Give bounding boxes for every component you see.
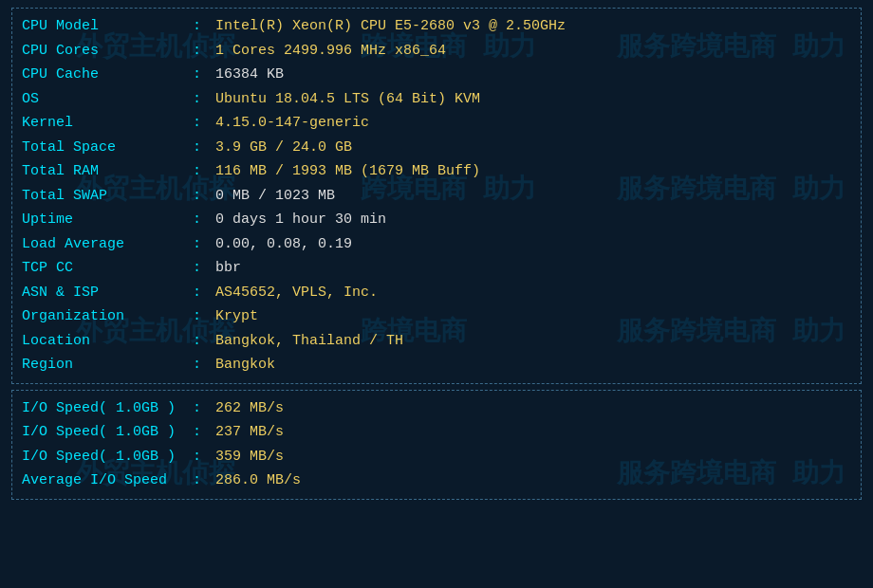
row-label: I/O Speed( 1.0GB ) [22, 445, 193, 469]
system-row: Location:Bangkok, Thailand / TH [22, 329, 851, 354]
row-label: Load Average [22, 232, 193, 257]
system-row: TCP CC:bbr [22, 256, 851, 281]
system-row: Total RAM:116 MB / 1993 MB (1679 MB Buff… [22, 159, 851, 184]
row-colon: : [193, 420, 208, 445]
row-colon: : [193, 353, 208, 377]
row-label: CPU Cores [22, 39, 193, 64]
row-value: Intel(R) Xeon(R) CPU E5-2680 v3 @ 2.50GH… [215, 14, 566, 39]
row-value: 262 MB/s [215, 396, 284, 421]
row-value: 4.15.0-147-generic [215, 111, 369, 136]
system-row: Kernel:4.15.0-147-generic [22, 111, 851, 136]
row-label: OS [22, 87, 193, 112]
row-value: AS45652, VPLS, Inc. [215, 281, 378, 305]
row-label: TCP CC [22, 256, 193, 281]
system-row: CPU Model:Intel(R) Xeon(R) CPU E5-2680 v… [22, 14, 851, 39]
row-colon: : [193, 111, 208, 136]
system-row: Total SWAP:0 MB / 1023 MB [22, 184, 851, 209]
system-row: Organization:Krypt [22, 304, 851, 329]
io-speed-section: I/O Speed( 1.0GB ):262 MB/sI/O Speed( 1.… [11, 390, 862, 500]
row-value: Krypt [215, 304, 258, 329]
row-label: I/O Speed( 1.0GB ) [22, 396, 193, 421]
row-value: 286.0 MB/s [215, 469, 301, 493]
system-row: OS:Ubuntu 18.04.5 LTS (64 Bit) KVM [22, 87, 851, 112]
row-colon: : [193, 281, 208, 305]
row-label: Total SWAP [22, 184, 193, 209]
row-value: 0 days 1 hour 30 min [215, 208, 386, 232]
row-colon: : [193, 469, 208, 493]
row-colon: : [193, 87, 208, 112]
system-row: Uptime:0 days 1 hour 30 min [22, 208, 851, 232]
system-row: Total Space:3.9 GB / 24.0 GB [22, 136, 851, 160]
row-value: Bangkok, Thailand / TH [215, 329, 403, 354]
row-colon: : [193, 14, 208, 39]
system-row: CPU Cores:1 Cores 2499.996 MHz x86_64 [22, 39, 851, 64]
row-label: CPU Cache [22, 63, 193, 87]
row-value: Ubuntu 18.04.5 LTS (64 Bit) KVM [215, 87, 480, 112]
row-value: 3.9 GB / 24.0 GB [215, 136, 352, 160]
row-colon: : [193, 208, 208, 232]
row-value: bbr [215, 256, 241, 281]
row-label: I/O Speed( 1.0GB ) [22, 420, 193, 445]
row-label: ASN & ISP [22, 281, 193, 305]
row-value: 116 MB / 1993 MB (1679 MB Buff) [215, 159, 480, 184]
row-label: Organization [22, 304, 193, 329]
row-colon: : [193, 232, 208, 257]
io-row: I/O Speed( 1.0GB ):359 MB/s [22, 445, 851, 469]
row-value: Bangkok [215, 353, 275, 377]
row-colon: : [193, 63, 208, 87]
system-info-section: CPU Model:Intel(R) Xeon(R) CPU E5-2680 v… [11, 8, 862, 384]
row-label: Total RAM [22, 159, 193, 184]
row-value: 237 MB/s [215, 420, 284, 445]
io-row: I/O Speed( 1.0GB ):262 MB/s [22, 396, 851, 421]
row-value: 359 MB/s [215, 445, 284, 469]
system-row: CPU Cache:16384 KB [22, 63, 851, 87]
system-row: Load Average:0.00, 0.08, 0.19 [22, 232, 851, 257]
row-label: Location [22, 329, 193, 354]
system-row: ASN & ISP:AS45652, VPLS, Inc. [22, 281, 851, 305]
row-value: 0 MB / 1023 MB [215, 184, 335, 209]
row-colon: : [193, 396, 208, 421]
row-label: Uptime [22, 208, 193, 232]
row-label: CPU Model [22, 14, 193, 39]
row-label: Kernel [22, 111, 193, 136]
row-label: Region [22, 353, 193, 377]
row-label: Average I/O Speed [22, 469, 193, 493]
row-colon: : [193, 304, 208, 329]
row-value: 16384 KB [215, 63, 284, 87]
row-colon: : [193, 136, 208, 160]
row-colon: : [193, 184, 208, 209]
row-colon: : [193, 256, 208, 281]
row-value: 0.00, 0.08, 0.19 [215, 232, 352, 257]
io-row: Average I/O Speed:286.0 MB/s [22, 469, 851, 493]
system-row: Region:Bangkok [22, 353, 851, 377]
row-colon: : [193, 445, 208, 469]
row-colon: : [193, 159, 208, 184]
row-colon: : [193, 39, 208, 64]
row-colon: : [193, 329, 208, 354]
main-container: CPU Model:Intel(R) Xeon(R) CPU E5-2680 v… [0, 0, 873, 513]
row-label: Total Space [22, 136, 193, 160]
io-row: I/O Speed( 1.0GB ):237 MB/s [22, 420, 851, 445]
row-value: 1 Cores 2499.996 MHz x86_64 [215, 39, 446, 64]
